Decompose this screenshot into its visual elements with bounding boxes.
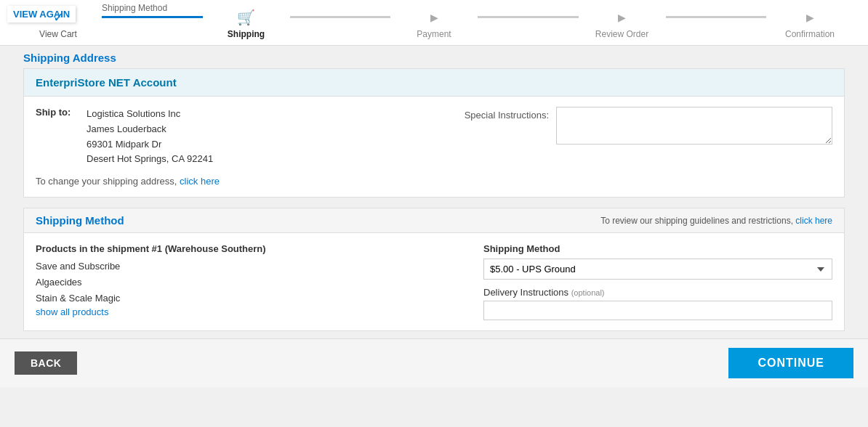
special-row: Special Instructions: [465, 107, 832, 145]
special-instructions-label: Special Instructions: [465, 110, 549, 121]
step-payment: ▶ Payment [390, 7, 478, 39]
bottom-bar: BACK CONTINUE [0, 338, 868, 387]
step-line-3 [478, 16, 579, 18]
guidelines-text: To review our shipping guidelines and re… [600, 216, 793, 226]
product-1: Save and Subscribe [36, 259, 469, 274]
delivery-optional: (optional) [571, 288, 605, 297]
shipping-method-select[interactable]: $5.00 - UPS Ground $10.00 - UPS 2nd Day … [483, 259, 832, 280]
shipping-address-body: Ship to: Logistica Solutions Inc James L… [24, 97, 844, 197]
products-block: Products in the shipment #1 (Warehouse S… [36, 243, 469, 320]
special-instructions-block: Special Instructions: [465, 107, 832, 187]
delivery-label: Delivery Instructions (optional) [483, 287, 832, 298]
back-button[interactable]: BACK [15, 351, 77, 375]
method-label: Shipping Method [483, 243, 832, 254]
account-header: EnterpriStore NET Account [24, 69, 844, 97]
address-block: Ship to: Logistica Solutions Inc James L… [36, 107, 450, 187]
step-confirmation-icon: ▶ [800, 7, 820, 28]
step-shipping-icon: 🛒 [236, 7, 257, 28]
shipping-address-card: EnterpriStore NET Account Ship to: Logis… [23, 68, 845, 198]
special-instructions-input[interactable] [556, 107, 832, 145]
breadcrumb: Shipping Method [102, 0, 167, 13]
delivery-instructions-input[interactable] [483, 301, 832, 320]
product-2: Algaecides [36, 274, 469, 290]
guidelines-link[interactable]: click here [795, 216, 832, 226]
step-confirmation-label: Confirmation [785, 29, 835, 39]
step-view-cart-label: View Cart [39, 29, 77, 39]
step-review-icon: ▶ [612, 7, 632, 28]
shipment-title: Products in the shipment #1 (Warehouse S… [36, 243, 469, 254]
ship-to-label: Ship to: [36, 107, 79, 167]
ship-to-row: Ship to: Logistica Solutions Inc James L… [36, 107, 450, 167]
step-confirmation: ▶ Confirmation [766, 7, 853, 39]
address-lines: Logistica Solutions Inc James Louderback… [87, 107, 213, 167]
change-address-row: To change your shipping address, click h… [36, 176, 450, 187]
change-address-text: To change your shipping address, [36, 176, 177, 187]
step-view-cart-icon: ✓ [48, 7, 68, 28]
step-review-order: ▶ Review Order [579, 7, 666, 39]
step-view-cart: ✓ View Cart [15, 7, 102, 39]
shipping-method-header-bar: Shipping Method To review our shipping g… [24, 208, 844, 233]
shipping-method-section: Shipping Method To review our shipping g… [23, 208, 845, 331]
shipping-guidelines: To review our shipping guidelines and re… [600, 216, 832, 226]
shipment-row: Products in the shipment #1 (Warehouse S… [24, 233, 844, 330]
change-address-link[interactable]: click here [180, 176, 220, 187]
step-shipping-label: Shipping [228, 29, 265, 39]
contact-name: James Louderback [87, 122, 213, 137]
shipping-method-title: Shipping Method [36, 214, 124, 227]
step-shipping: 🛒 Shipping [203, 7, 290, 39]
delivery-label-text: Delivery Instructions [483, 287, 568, 298]
continue-button[interactable]: CONTINUE [728, 348, 853, 378]
step-line-2 [290, 16, 391, 18]
step-line-4 [666, 16, 767, 18]
shipping-address-section: Shipping Address EnterpriStore NET Accou… [23, 46, 845, 198]
shipping-method-card: Shipping Method To review our shipping g… [23, 208, 845, 331]
step-line-1 [102, 16, 203, 18]
step-payment-label: Payment [417, 29, 451, 39]
product-3: Stain & Scale Magic [36, 290, 469, 306]
main-content: Shipping Address EnterpriStore NET Accou… [9, 46, 859, 338]
address-special-row: Ship to: Logistica Solutions Inc James L… [36, 107, 832, 187]
step-payment-icon: ▶ [424, 7, 444, 28]
show-all-link[interactable]: show all products [36, 306, 108, 317]
shipping-address-title: Shipping Address [23, 46, 845, 68]
company-name: Logistica Solutions Inc [87, 107, 213, 122]
step-review-label: Review Order [595, 29, 648, 39]
address-line1: 69301 Midpark Dr [87, 137, 213, 152]
address-line2: Desert Hot Springs, CA 92241 [87, 152, 213, 167]
shipping-method-block: Shipping Method $5.00 - UPS Ground $10.0… [483, 243, 832, 320]
top-bar: VIEW AGAIN Shipping Method ✓ View Cart 🛒… [0, 0, 868, 46]
